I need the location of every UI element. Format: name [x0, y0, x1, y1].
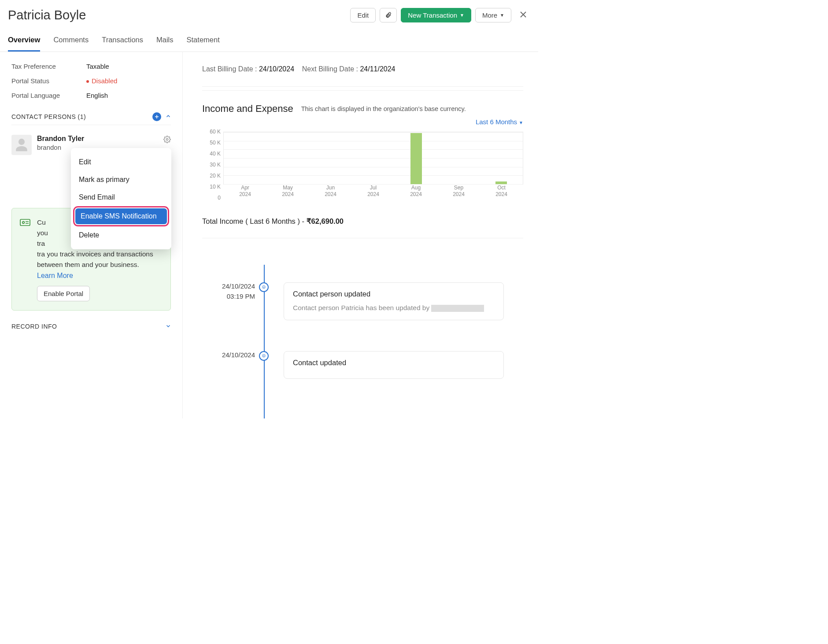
timeline-dot	[259, 351, 269, 361]
menu-edit[interactable]: Edit	[71, 153, 171, 171]
avatar	[11, 135, 32, 155]
chat-icon	[262, 354, 266, 358]
add-contact-button[interactable]	[152, 112, 161, 121]
page-title: Patricia Boyle	[8, 8, 346, 22]
billing-dates: Last Billing Date : 24/10/2024 Next Bill…	[202, 65, 538, 73]
collapse-button[interactable]	[166, 114, 171, 120]
tab-comments[interactable]: Comments	[53, 36, 89, 52]
chart-bar	[495, 181, 507, 184]
y-tick-label: 20 K	[202, 173, 221, 179]
record-info-toggle[interactable]: RECORD INFO	[11, 323, 171, 334]
tabs: Overview Comments Transactions Mails Sta…	[0, 22, 538, 52]
more-button[interactable]: More ▼	[475, 8, 511, 22]
timeline-card-body: Contact person Patricia has been updated…	[293, 303, 495, 313]
plus-icon	[154, 114, 159, 119]
x-tick-label: Jul2024	[367, 185, 379, 197]
timeline-item: 24/10/2024 03:19 PM Contact person updat…	[264, 282, 538, 320]
contact-person-row: Brandon Tyler brandon Edit Mark as prima…	[11, 135, 171, 155]
tab-overview[interactable]: Overview	[8, 36, 40, 52]
redacted-text	[431, 305, 484, 312]
person-icon	[14, 137, 29, 152]
tax-preference-value: Taxable	[86, 63, 109, 70]
y-tick-label: 30 K	[202, 162, 221, 168]
timeline-item: 24/10/2024 Contact updated	[264, 351, 538, 379]
caret-down-icon: ▼	[500, 13, 504, 18]
timeline-dot	[259, 282, 269, 292]
menu-delete[interactable]: Delete	[71, 226, 171, 244]
income-expense-chart: Apr2024May2024Jun2024Jul2024Aug2024Sep20…	[202, 132, 523, 198]
last-billing-date: 24/10/2024	[259, 65, 294, 73]
portal-status-value: Disabled	[86, 77, 117, 85]
enable-portal-button[interactable]: Enable Portal	[37, 286, 90, 301]
income-expense-title: Income and Expense	[202, 103, 293, 115]
contact-person-name: Brandon Tyler	[37, 135, 84, 143]
tab-transactions[interactable]: Transactions	[102, 36, 143, 52]
next-billing-date: 24/11/2024	[360, 65, 395, 73]
y-tick-label: 50 K	[202, 140, 221, 146]
gear-icon	[163, 136, 171, 143]
chart-range-selector[interactable]: Last 6 Months▼	[202, 118, 523, 126]
close-icon	[519, 11, 527, 19]
chat-icon	[262, 285, 266, 289]
x-tick-label: Jun2024	[325, 185, 336, 197]
x-tick-label: May2024	[282, 185, 294, 197]
portal-status-label: Portal Status	[11, 77, 86, 85]
divider	[202, 90, 523, 91]
timeline-card: Contact updated	[284, 351, 504, 379]
income-expense-subtitle: This chart is displayed in the organizat…	[301, 105, 466, 112]
caret-down-icon: ▼	[519, 120, 523, 125]
portal-card-icon	[20, 217, 30, 301]
attachment-button[interactable]	[380, 8, 397, 22]
edit-button[interactable]: Edit	[350, 8, 376, 22]
svg-point-0	[166, 138, 168, 140]
divider	[202, 238, 523, 238]
chart-grid: Apr2024May2024Jun2024Jul2024Aug2024Sep20…	[223, 132, 523, 185]
tab-mails[interactable]: Mails	[156, 36, 174, 52]
timeline-card: Contact person updated Contact person Pa…	[284, 282, 504, 320]
portal-language-value: English	[86, 92, 108, 99]
contact-persons-title: CONTACT PERSONS (1)	[11, 113, 86, 120]
x-tick-label: Oct2024	[495, 185, 507, 197]
more-label: More	[482, 11, 497, 19]
timeline-timestamp: 24/10/2024	[202, 350, 255, 360]
menu-enable-sms-wrap: Enable SMS Notification	[71, 206, 171, 226]
status-dot-icon	[86, 80, 89, 83]
menu-enable-sms[interactable]: Enable SMS Notification	[75, 208, 167, 224]
tab-statement[interactable]: Statement	[187, 36, 220, 52]
contact-person-settings-button[interactable]	[163, 136, 171, 145]
portal-language-label: Portal Language	[11, 92, 86, 99]
timeline-card-title: Contact updated	[293, 359, 495, 367]
svg-rect-1	[20, 219, 30, 226]
y-tick-label: 0	[202, 195, 221, 201]
x-tick-label: Sep2024	[453, 185, 465, 197]
x-tick-label: Aug2024	[410, 185, 422, 197]
tax-preference-label: Tax Preference	[11, 63, 86, 70]
x-tick-label: Apr2024	[239, 185, 251, 197]
y-tick-label: 60 K	[202, 129, 221, 135]
record-info-label: RECORD INFO	[11, 323, 57, 330]
activity-timeline: 24/10/2024 03:19 PM Contact person updat…	[202, 282, 538, 379]
y-tick-label: 10 K	[202, 184, 221, 190]
timeline-timestamp: 24/10/2024 03:19 PM	[202, 281, 255, 301]
chevron-up-icon	[166, 114, 171, 119]
learn-more-link[interactable]: Learn More	[37, 272, 73, 280]
caret-down-icon: ▼	[460, 13, 464, 18]
divider	[202, 86, 523, 87]
menu-send-email[interactable]: Send Email	[71, 189, 171, 206]
chart-bar	[410, 133, 422, 184]
menu-mark-primary[interactable]: Mark as primary	[71, 171, 171, 189]
timeline-card-title: Contact person updated	[293, 290, 495, 298]
y-tick-label: 40 K	[202, 151, 221, 157]
contact-person-menu: Edit Mark as primary Send Email Enable S…	[71, 148, 171, 249]
new-transaction-button[interactable]: New Transaction ▼	[401, 8, 471, 22]
total-income-line: Total Income ( Last 6 Months ) - ₹62,690…	[202, 217, 538, 226]
close-button[interactable]	[519, 10, 527, 21]
chevron-down-icon	[166, 323, 171, 330]
new-transaction-label: New Transaction	[408, 11, 457, 19]
paperclip-icon	[385, 11, 392, 19]
svg-point-2	[22, 222, 25, 224]
total-income-value: ₹62,690.00	[307, 217, 344, 225]
